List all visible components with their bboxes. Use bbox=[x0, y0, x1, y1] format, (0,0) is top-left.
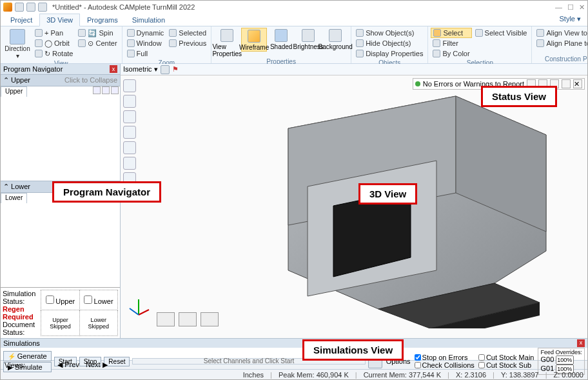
status-ok-icon bbox=[415, 81, 420, 86]
select-icon bbox=[433, 29, 441, 37]
center-icon bbox=[78, 39, 86, 47]
align-view-to-plane[interactable]: Align View to Plane bbox=[534, 28, 588, 38]
pn-upper-header[interactable]: ⌃ Upper Click to Collapse bbox=[1, 74, 120, 86]
chk-cut-main[interactable]: Cut Stock Main bbox=[478, 354, 534, 361]
chk-lower[interactable] bbox=[84, 295, 92, 304]
prev-view-button[interactable]: ◀ Prev bbox=[57, 361, 79, 369]
camera-buttons bbox=[157, 312, 219, 326]
chk-stop-errors[interactable]: Stop on Errors bbox=[415, 354, 475, 361]
camera-3-icon[interactable] bbox=[201, 312, 219, 326]
pn-status: Simulation Status: Regen Required Docume… bbox=[1, 287, 120, 338]
chk-cut-sub[interactable]: Cut Stock Sub bbox=[478, 361, 534, 369]
wireframe-button[interactable]: Wireframe bbox=[241, 28, 267, 52]
filter-icon bbox=[433, 39, 440, 47]
app-icon bbox=[3, 3, 12, 12]
center-button[interactable]: ⊙ Center bbox=[76, 38, 119, 48]
view-properties-button[interactable]: View Properties bbox=[214, 28, 240, 57]
show-objects[interactable]: Show Object(s) bbox=[354, 28, 425, 38]
simulations-panel: Simulationsx ⚡ Generate ▶ Simulate Start… bbox=[1, 338, 587, 360]
pan-button[interactable]: + Pan bbox=[33, 28, 75, 38]
machine-model[interactable] bbox=[224, 90, 559, 328]
camera-1-icon[interactable] bbox=[157, 312, 175, 326]
camera-2-icon[interactable] bbox=[179, 312, 197, 326]
show-icon bbox=[356, 29, 364, 37]
brightness-button[interactable]: Brightness bbox=[295, 28, 321, 50]
title-bar: *Untitled* - Autodesk CAMplete TurnMill … bbox=[1, 1, 587, 14]
zoom-full-icon bbox=[127, 50, 135, 57]
reset-button[interactable]: Reset bbox=[104, 357, 130, 366]
open-icon[interactable] bbox=[26, 3, 35, 12]
pn-tool-icon-2[interactable] bbox=[102, 86, 110, 94]
tool-solid-icon[interactable] bbox=[123, 126, 136, 139]
status-close-icon[interactable]: ✕ bbox=[573, 79, 582, 88]
group-zoom: Dynamic Window Full Selected Previous Zo… bbox=[122, 26, 212, 63]
program-navigator-title: Program Navigator x bbox=[1, 64, 120, 74]
new-icon[interactable] bbox=[15, 3, 24, 12]
select-visible-button[interactable]: Select Visible bbox=[473, 28, 529, 38]
group-objects: Show Object(s) Hide Object(s) Display Pr… bbox=[351, 26, 428, 63]
view-properties-icon bbox=[220, 29, 233, 42]
direction-button[interactable]: Direction▾ bbox=[3, 28, 32, 59]
g00-input[interactable] bbox=[556, 355, 574, 365]
pn-tool-icon-3[interactable] bbox=[111, 86, 119, 94]
zoom-dynamic[interactable]: Dynamic bbox=[125, 28, 166, 38]
chk-upper[interactable] bbox=[46, 295, 54, 304]
regen-required-label: Regen Required bbox=[3, 305, 37, 321]
pn-lower-body bbox=[1, 203, 120, 287]
close-panel-icon[interactable]: x bbox=[110, 65, 117, 73]
filter-button[interactable]: Filter bbox=[431, 38, 471, 48]
tool-show-icon[interactable] bbox=[123, 141, 136, 154]
select-button[interactable]: Select bbox=[431, 28, 471, 38]
callout-status-view: Status View bbox=[481, 86, 557, 107]
pn-tab-lower[interactable]: Lower bbox=[1, 193, 27, 203]
ribbon: Direction▾ + Pan ◯ Orbit ↻ Rotate 🔄 Spin… bbox=[1, 26, 587, 64]
next-view-button[interactable]: Next ▶ bbox=[86, 361, 108, 369]
tab-3d-view[interactable]: 3D View bbox=[39, 14, 80, 26]
minimize-button[interactable]: — bbox=[555, 3, 562, 12]
group-properties: View Properties Wireframe Shaded Brightn… bbox=[211, 26, 351, 63]
rotate-button[interactable]: ↻ Rotate bbox=[33, 48, 75, 59]
pn-tab-upper[interactable]: Upper bbox=[1, 86, 27, 97]
zoom-selected[interactable]: Selected bbox=[167, 28, 208, 38]
status-btn-4[interactable] bbox=[562, 79, 571, 88]
spin-button[interactable]: 🔄 Spin bbox=[76, 28, 119, 38]
zoom-previous-icon bbox=[169, 39, 177, 47]
flag-icon[interactable]: ⚑ bbox=[172, 65, 179, 74]
close-sim-icon[interactable]: x bbox=[577, 339, 585, 347]
tool-layers-icon[interactable] bbox=[123, 110, 136, 123]
tool-measure-icon[interactable] bbox=[123, 79, 136, 92]
by-color-button[interactable]: By Color bbox=[431, 48, 471, 59]
window-title: *Untitled* - Autodesk CAMplete TurnMill … bbox=[52, 3, 555, 11]
zoom-previous[interactable]: Previous bbox=[167, 38, 208, 48]
callout-program-navigator: Program Navigator bbox=[52, 181, 161, 203]
display-properties[interactable]: Display Properties bbox=[354, 48, 425, 59]
hide-objects[interactable]: Hide Object(s) bbox=[354, 38, 425, 48]
zoom-window-icon bbox=[127, 39, 135, 47]
tool-light-icon[interactable] bbox=[123, 157, 136, 170]
chk-collisions[interactable]: Check Collisions bbox=[415, 361, 475, 369]
zoom-window[interactable]: Window bbox=[125, 38, 166, 48]
pn-tool-icon-1[interactable] bbox=[93, 86, 101, 94]
save-icon[interactable] bbox=[38, 3, 47, 12]
shaded-button[interactable]: Shaded bbox=[268, 28, 294, 50]
generate-button[interactable]: ⚡ Generate bbox=[3, 351, 52, 361]
tab-programs[interactable]: Programs bbox=[80, 14, 125, 26]
background-button[interactable]: Background bbox=[322, 28, 348, 50]
zoom-dynamic-icon bbox=[127, 29, 135, 37]
group-view: Direction▾ + Pan ◯ Orbit ↻ Rotate 🔄 Spin… bbox=[1, 26, 122, 63]
lock-icon[interactable] bbox=[161, 65, 170, 74]
close-button[interactable]: ✕ bbox=[579, 3, 585, 12]
maximize-button[interactable]: ☐ bbox=[567, 3, 574, 12]
quick-access-toolbar[interactable] bbox=[15, 3, 47, 12]
view-orientation-dropdown[interactable]: Isometric ▾ bbox=[123, 65, 158, 74]
style-dropdown[interactable]: Style ▾ bbox=[559, 15, 581, 23]
select-visible-icon bbox=[475, 29, 483, 37]
tab-simulation[interactable]: Simulation bbox=[125, 14, 172, 26]
orbit-button[interactable]: ◯ Orbit bbox=[33, 38, 75, 48]
tab-project[interactable]: Project bbox=[3, 14, 39, 26]
tool-section-icon[interactable] bbox=[123, 95, 136, 108]
svg-line-8 bbox=[139, 310, 149, 315]
side-toolbar bbox=[123, 79, 136, 185]
zoom-full[interactable]: Full bbox=[125, 48, 166, 59]
align-plane-to-view[interactable]: Align Plane to View bbox=[534, 38, 588, 48]
